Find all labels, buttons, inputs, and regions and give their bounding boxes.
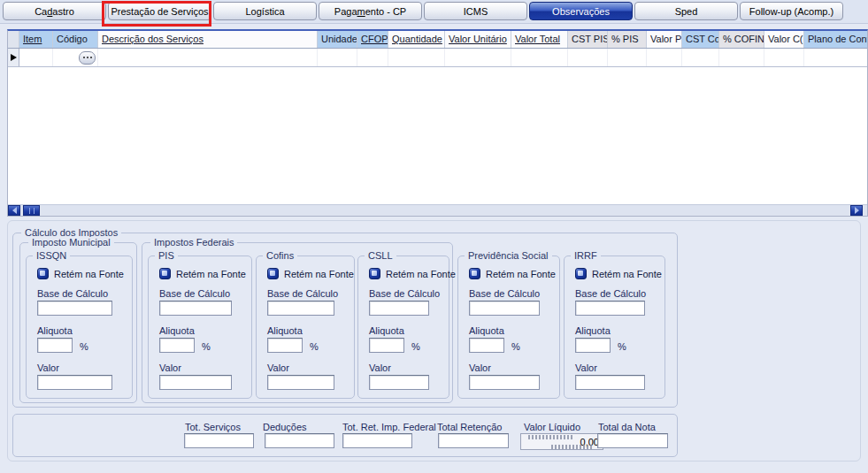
tot-ret-imp-federal-input[interactable] <box>342 433 412 448</box>
cell-quantidade[interactable] <box>388 49 445 66</box>
cell-valor-unitario[interactable] <box>445 49 511 66</box>
cell-cst-pis[interactable] <box>568 49 608 66</box>
cell-valor-pi[interactable] <box>647 49 682 66</box>
issqn-retem-checkbox[interactable] <box>37 268 49 279</box>
scroll-left-button[interactable] <box>8 205 20 216</box>
cell-cfop[interactable] <box>357 49 388 66</box>
base-de-calculo-label: Base de Cálculo <box>267 288 338 299</box>
pis-valor-input[interactable] <box>159 375 232 390</box>
cell-cst-co[interactable] <box>682 49 719 66</box>
previdencia-social-aliquota-input[interactable] <box>469 338 504 353</box>
column-header-cfop[interactable]: CFOP <box>357 31 388 48</box>
cell-item[interactable] <box>19 49 53 66</box>
cell-descricao-dos-servicos[interactable] <box>98 49 318 66</box>
column-header-valor-total[interactable]: Valor Total <box>511 31 568 48</box>
base-de-calculo-label: Base de Cálculo <box>469 288 540 299</box>
scrollbar-thumb[interactable] <box>23 205 40 216</box>
column-header-codigo[interactable]: Código <box>53 31 98 48</box>
irrf-base-input[interactable] <box>575 301 645 316</box>
tab-icms[interactable]: ICMS <box>424 2 527 20</box>
column-header-quantidade[interactable]: Quantidade <box>388 31 445 48</box>
aliquota-label: Aliquota <box>159 325 195 336</box>
column-header-plano-de-conta[interactable]: Plano de Conta <box>804 31 868 48</box>
csll-retem-checkbox[interactable] <box>369 268 380 279</box>
previdencia-social-base-input[interactable] <box>469 301 540 316</box>
issqn-valor-input[interactable] <box>37 375 112 390</box>
cell-codigo[interactable] <box>53 49 98 66</box>
panel-title: Cofins <box>263 250 297 262</box>
cofins-valor-input[interactable] <box>267 375 334 390</box>
tab-logistica[interactable]: Logística <box>213 2 317 20</box>
cell-pis[interactable] <box>608 49 647 66</box>
column-header-valor-unitario[interactable]: Valor Unitário <box>445 31 511 48</box>
tot-servicos-input[interactable] <box>184 433 254 448</box>
current-row-arrow-icon <box>11 54 17 61</box>
issqn-aliquota-input[interactable] <box>37 338 73 353</box>
render-glitch-artifact <box>528 435 574 439</box>
total-da-nota-input[interactable] <box>597 433 668 448</box>
grid-data-row <box>8 49 867 67</box>
irrf-aliquota-input[interactable] <box>575 338 611 353</box>
grid-header-row: ItemCódigoDescrição dos ServiçosUnidadeC… <box>8 31 867 49</box>
tab-observacoes[interactable]: Observações <box>529 2 633 20</box>
cell-cofins[interactable] <box>719 49 764 66</box>
pis-base-input[interactable] <box>159 301 232 316</box>
valor-label: Valor <box>159 362 181 373</box>
valor-liquido-label: Valor Líquido <box>524 422 580 432</box>
column-header-cofins[interactable]: % COFINS <box>719 31 764 48</box>
pis-retem-checkbox[interactable] <box>159 268 171 279</box>
cell-valor-total[interactable] <box>511 49 568 66</box>
valor-label: Valor <box>37 362 59 373</box>
ellipsis-button[interactable] <box>79 51 96 65</box>
column-header-item[interactable]: Item <box>19 31 53 48</box>
issqn-base-input[interactable] <box>37 301 112 316</box>
csll-aliquota-input[interactable] <box>369 338 404 353</box>
scroll-right-button[interactable] <box>850 205 863 216</box>
column-header-descricao-dos-servicos[interactable]: Descrição dos Serviços <box>98 31 318 48</box>
tab-cadastro[interactable]: Cadastro <box>3 2 106 20</box>
cell-valor-c[interactable] <box>764 49 804 66</box>
grid-empty-area <box>8 67 867 204</box>
retem-na-fonte-label: Retém na Fonte <box>176 269 246 279</box>
deducoes-input[interactable] <box>265 433 334 448</box>
retem-na-fonte-label: Retém na Fonte <box>592 269 662 279</box>
tab-sped[interactable]: Sped <box>634 2 738 20</box>
irrf-retem-checkbox[interactable] <box>575 268 587 279</box>
tax-panel-pis: PISRetém na FonteBase de CálculoAliquota… <box>148 256 252 399</box>
previdencia-social-valor-input[interactable] <box>469 375 540 390</box>
cofins-aliquota-input[interactable] <box>267 338 303 353</box>
pis-aliquota-input[interactable] <box>159 338 195 353</box>
tab-follow-up-acomp[interactable]: Follow-up (Acomp.) <box>740 2 843 20</box>
column-header-valor-pi[interactable]: Valor PI <box>647 31 682 48</box>
retem-na-fonte-label: Retém na Fonte <box>54 269 124 279</box>
row-selector-cell <box>8 49 19 66</box>
tab-bar: CadastroPrestação de ServiçosLogísticaPa… <box>0 0 868 24</box>
aliquota-label: Aliquota <box>575 325 611 336</box>
column-header-pis[interactable]: % PIS <box>608 31 647 48</box>
irrf-valor-input[interactable] <box>575 375 645 390</box>
valor-label: Valor <box>267 362 289 373</box>
cofins-retem-checkbox[interactable] <box>267 268 279 279</box>
csll-base-input[interactable] <box>369 301 429 316</box>
tab-pagamento-cp[interactable]: Pagamento - CP <box>319 2 422 20</box>
csll-valor-input[interactable] <box>369 375 429 390</box>
base-de-calculo-label: Base de Cálculo <box>37 288 108 299</box>
tax-panel-issqn: ISSQNRetém na FonteBase de CálculoAliquo… <box>26 256 133 399</box>
grid-horizontal-scrollbar[interactable] <box>8 204 867 216</box>
total-retencao-input[interactable] <box>438 433 509 448</box>
column-header-unidade[interactable]: Unidade <box>318 31 357 48</box>
percent-suffix: % <box>511 341 520 352</box>
previdencia-social-retem-checkbox[interactable] <box>469 268 480 279</box>
column-header-cst-pis[interactable]: CST PIS <box>568 31 608 48</box>
panel-title: IRRF <box>571 250 601 262</box>
panel-title: ISSQN <box>33 250 70 262</box>
tab-prestacao-de-servicos[interactable]: Prestação de Serviços <box>108 2 211 20</box>
column-header-valor-c[interactable]: Valor C( <box>764 31 804 48</box>
render-glitch-artifact <box>551 445 592 449</box>
column-header-cst-co[interactable]: CST Co <box>682 31 719 48</box>
cofins-base-input[interactable] <box>267 301 334 316</box>
cell-plano-de-conta[interactable] <box>804 49 868 66</box>
cell-unidade[interactable] <box>318 49 357 66</box>
percent-suffix: % <box>618 341 626 352</box>
totals-section: Tot. ServiçosDeduçõesTot. Ret. Imp. Fede… <box>12 414 678 457</box>
